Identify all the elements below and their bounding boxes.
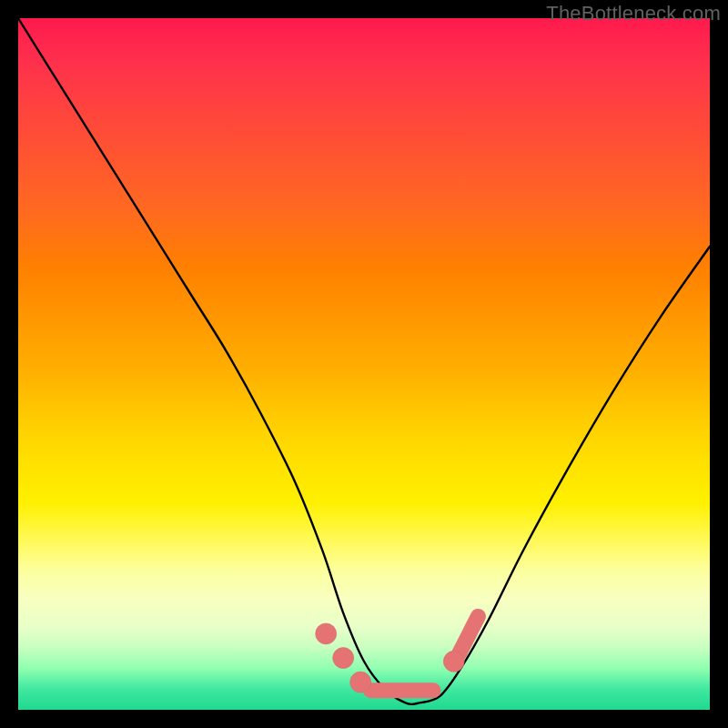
- plot-svg: [18, 18, 710, 710]
- plot-frame: [18, 18, 710, 710]
- marker-bar: [460, 616, 479, 652]
- watermark-text: TheBottleneck.com: [546, 2, 721, 25]
- marker-bars: [371, 616, 479, 690]
- marker-dots: [316, 623, 465, 693]
- marker-dot: [333, 647, 354, 668]
- marker-dot: [350, 672, 371, 693]
- marker-dot: [443, 651, 464, 672]
- marker-dot: [316, 623, 337, 644]
- bottleneck-curve: [18, 18, 710, 704]
